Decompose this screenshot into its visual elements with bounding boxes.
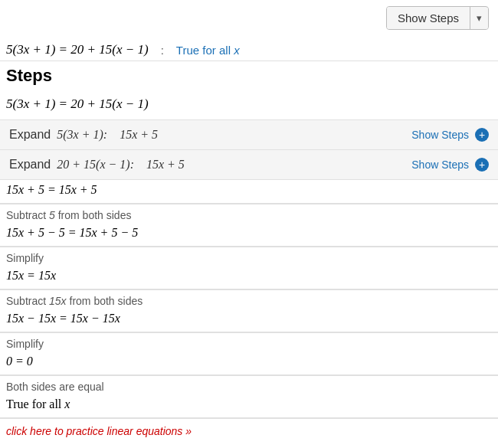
- step-label-simplify-2: Simplify: [0, 333, 498, 352]
- step-equation-simplify-1: 15x = 15x: [0, 266, 498, 289]
- initial-equation-display: 5(3x + 1) = 20 + 15(x − 1): [0, 92, 498, 120]
- expand-show-steps-2[interactable]: Show Steps +: [411, 158, 489, 172]
- expand-row-2: Expand 20 + 15(x − 1): 15x + 5 Show Step…: [0, 150, 498, 180]
- step-equation-subtract-15x: 15x − 15x = 15x − 15x: [0, 309, 498, 332]
- expand-expression-1: Expand 5(3x + 1): 15x + 5: [9, 128, 158, 142]
- step-equation-simplify-2: 0 = 0: [0, 352, 498, 375]
- step-equation-1: 15x + 5 = 15x + 5: [0, 180, 498, 204]
- main-equation-row: 5(3x + 1) = 20 + 15(x − 1) : True for al…: [0, 36, 498, 60]
- show-steps-button[interactable]: Show Steps ▾: [386, 6, 489, 30]
- steps-heading: Steps: [0, 61, 498, 92]
- expand-show-steps-label-1[interactable]: Show Steps: [411, 129, 469, 141]
- step-label-subtract-15x: Subtract 15x from both sides: [0, 290, 498, 309]
- expand-expression-2: Expand 20 + 15(x − 1): 15x + 5: [9, 158, 185, 172]
- expand-show-steps-label-2[interactable]: Show Steps: [411, 159, 469, 171]
- main-equation: 5(3x + 1) = 20 + 15(x − 1): [6, 42, 149, 57]
- expand-show-steps-1[interactable]: Show Steps +: [411, 128, 489, 142]
- main-result: True for all x: [176, 44, 240, 57]
- expand-row-1: Expand 5(3x + 1): 15x + 5 Show Steps +: [0, 120, 498, 150]
- practice-link[interactable]: click here to practice linear equations …: [0, 419, 498, 443]
- separator: :: [161, 44, 164, 57]
- step-label-simplify-1: Simplify: [0, 247, 498, 266]
- step-equation-subtract-5: 15x + 5 − 5 = 15x + 5 − 5: [0, 223, 498, 247]
- expand-plus-icon-2[interactable]: +: [475, 158, 489, 172]
- show-steps-label: Show Steps: [387, 7, 470, 29]
- expand-plus-icon-1[interactable]: +: [475, 128, 489, 142]
- step-label-equal: Both sides are equal: [0, 376, 498, 394]
- step-label-subtract-5: Subtract 5 from both sides: [0, 204, 498, 223]
- top-bar: Show Steps ▾: [0, 0, 498, 36]
- step-equation-true-for-all: True for all x: [0, 394, 498, 418]
- dropdown-arrow-icon: ▾: [470, 8, 488, 29]
